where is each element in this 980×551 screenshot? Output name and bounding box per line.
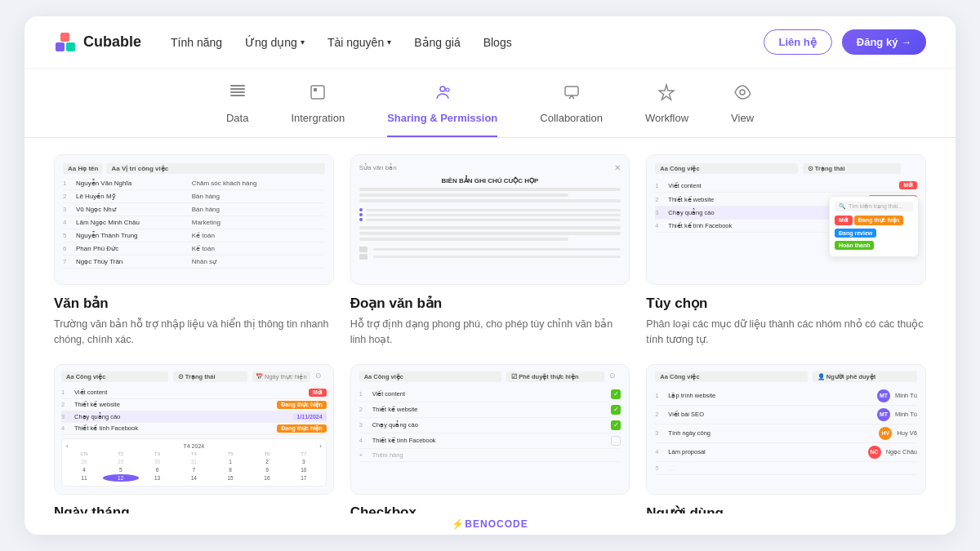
chevron-down-icon: ▾ (301, 38, 305, 47)
integration-icon (309, 83, 327, 105)
ppl-row: 1 Lập trình website MT Minh Tú (655, 387, 917, 406)
logo[interactable]: Cubable (54, 31, 141, 54)
card-tuy-chon: Aa Công việc ⊙ Trạng thái 1 Viết content… (646, 154, 926, 348)
table-header: Aa Họ tên Aa Vị trí công việc (63, 163, 325, 174)
chevron-down-icon: ▾ (387, 38, 391, 47)
svg-rect-0 (56, 42, 65, 51)
chk-row: 1 Viết content ✓ (359, 387, 621, 402)
tab-view[interactable]: View (731, 83, 754, 136)
svg-rect-11 (565, 87, 578, 96)
watermark-prefix: ⚡ (452, 518, 465, 530)
table-row: 5Nguyễn Thành TrungKế toán (63, 229, 325, 242)
checkbox-checked[interactable]: ✓ (611, 389, 621, 399)
checkbox-checked[interactable]: ✓ (611, 420, 621, 430)
svg-marker-12 (659, 85, 674, 100)
nav-blogs[interactable]: Blogs (483, 36, 512, 49)
nav-tinh-nang[interactable]: Tính năng (171, 36, 222, 49)
tab-integration[interactable]: Intergration (291, 83, 345, 136)
lien-he-button[interactable]: Liên hệ (764, 29, 832, 55)
sharing-icon (434, 83, 452, 105)
checkbox-checked[interactable]: ✓ (611, 405, 621, 415)
doc-line (359, 232, 621, 235)
ppl-row: 4 Làm proposal NC Ngọc Châu (655, 443, 917, 462)
tab-sharing-label: Sharing & Permission (387, 112, 497, 124)
table-row: 3Vũ Ngọc NhưBán hàng (63, 203, 325, 216)
logo-icon (54, 31, 77, 54)
next-month-icon[interactable]: › (319, 443, 321, 449)
svg-rect-5 (230, 95, 245, 96)
cal-col-hdr-task: Aa Công việc (61, 371, 168, 382)
dropdown-item[interactable]: Đang thực hiện (854, 216, 903, 225)
cal-col-hdr-date: ⊙ Trạng thái (173, 371, 247, 382)
avatar: MT (877, 389, 890, 402)
status-row: 1 Viết content Mới (655, 179, 917, 193)
card-checkbox: Aa Công việc ☑ Phê duyệt thực hiện ⊙ 1 V… (350, 364, 630, 514)
doc-bullet (359, 247, 621, 252)
checkbox-empty[interactable] (611, 436, 621, 446)
ppl-col-hdr-approver: 👤 Người phê duyệt (813, 371, 917, 382)
doc-close-icon: ✕ (614, 163, 621, 172)
chk-row: 4 Thiết kế tính Facebook (359, 433, 621, 449)
collaboration-icon (563, 83, 581, 105)
svg-point-13 (740, 90, 745, 95)
checkbox-header: Aa Công việc ☑ Phê duyệt thực hiện ⊙ (359, 371, 621, 382)
data-icon (229, 83, 247, 105)
prev-month-icon[interactable]: ‹ (66, 443, 68, 449)
people-preview: Aa Công việc 👤 Người phê duyệt 1 Lập trì… (647, 365, 925, 482)
nav-tai-nguyen[interactable]: Tài nguyên ▾ (327, 36, 391, 49)
card-ngay-thang: Aa Công việc ⊙ Trạng thái 📅 Ngày thực hi… (54, 364, 334, 514)
status-badge: Đang thực hiện (277, 401, 326, 409)
nav-actions: Liên hệ Đăng ký → (764, 29, 926, 55)
doc-line (359, 238, 569, 241)
svg-rect-1 (66, 42, 75, 51)
footer-watermark: ⚡BENOCODE (24, 513, 956, 535)
dropdown-item[interactable]: Hoàn thành (835, 241, 875, 250)
status-dropdown: 🔍Tìm kiếm trạng thái... Mới Đang thực hi… (829, 196, 919, 257)
navbar: Cubable Tính năng Ứng dụng ▾ Tài nguyên … (24, 16, 956, 69)
status-col-hdr-task: Aa Công việc (655, 163, 797, 174)
table-row: 1Nguyễn Văn NghĩaChăm sóc khách hàng (63, 177, 325, 190)
dropdown-item[interactable]: Mới (835, 216, 853, 225)
doc-title-bar: Sửa văn bản ✕ (359, 163, 621, 172)
svg-rect-2 (60, 33, 69, 42)
table-row: 6Phan Phú ĐứcKế toán (63, 242, 325, 256)
tab-integration-label: Intergration (291, 112, 345, 124)
doc-bullet (359, 254, 621, 260)
bullet-dot (359, 208, 363, 211)
card-preview-status: Aa Công việc ⊙ Trạng thái 1 Viết content… (646, 154, 926, 285)
watermark-text: BENOCODE (465, 518, 528, 530)
tab-sharing[interactable]: Sharing & Permission (387, 83, 497, 137)
tab-workflow[interactable]: Workflow (645, 83, 688, 136)
ppl-col-hdr-task: Aa Công việc (655, 371, 807, 382)
dropdown-search: 🔍Tìm kiếm trạng thái... (835, 202, 913, 211)
card-desc-van-ban: Trường văn bản hỗ trợ nhập liệu và hiển … (54, 317, 334, 348)
status-badge: Mới (309, 389, 327, 397)
tab-data[interactable]: Data (226, 83, 248, 136)
dang-ky-button[interactable]: Đăng ký → (842, 29, 926, 55)
workflow-icon (657, 83, 675, 105)
cal-header: Aa Công việc ⊙ Trạng thái 📅 Ngày thực hi… (61, 371, 327, 382)
dropdown-item[interactable]: Đang review (835, 229, 876, 238)
tab-workflow-label: Workflow (645, 112, 688, 124)
card-desc-doan-van-ban: Hỗ trợ định dạng phong phú, cho phép tùy… (350, 317, 630, 348)
checkbox-preview: Aa Công việc ☑ Phê duyệt thực hiện ⊙ 1 V… (351, 365, 630, 469)
bullet-dot (359, 213, 363, 216)
nav-ung-dung[interactable]: Ứng dụng ▾ (245, 36, 305, 49)
card-title-doan-van-ban: Đoạn văn bản (350, 295, 630, 312)
bullet-line (373, 256, 621, 258)
card-preview-table: Aa Họ tên Aa Vị trí công việc 1Nguyễn Vă… (54, 154, 334, 285)
cal-row: 3 Chạy quảng cáo 1/11/2024 (61, 411, 327, 423)
bullet-line (366, 214, 621, 216)
tab-collaboration-label: Collaboration (540, 112, 603, 124)
cal-days-grid: 28293031123 45678910 11121314151617 (66, 458, 322, 482)
doc-bullet (359, 208, 621, 211)
people-header: Aa Công việc 👤 Người phê duyệt (655, 371, 917, 382)
tab-collaboration[interactable]: Collaboration (540, 83, 603, 136)
view-icon (733, 83, 751, 105)
date-badge: 1/11/2024 (293, 413, 327, 420)
content-grid: Aa Họ tên Aa Vị trí công việc 1Nguyễn Vă… (24, 138, 956, 513)
svg-rect-8 (314, 88, 317, 91)
nav-bang-gia[interactable]: Bảng giá (414, 36, 460, 49)
chk-col-hdr-check: ☑ Phê duyệt thực hiện (506, 371, 604, 382)
calendar-widget: ‹ T4 2024 › CNT2T3T4T5T6T7 28293031123 4… (61, 438, 327, 487)
